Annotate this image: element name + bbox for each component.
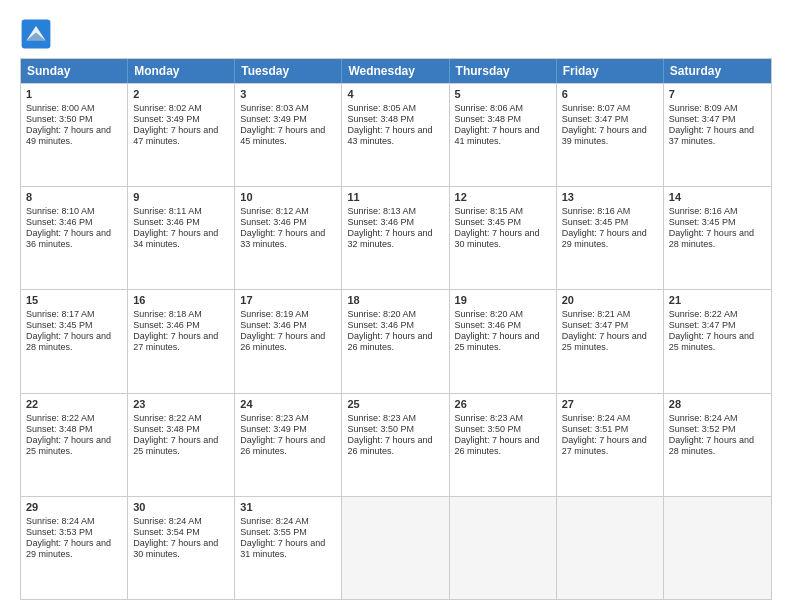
calendar-cell: 4 Sunrise: 8:05 AM Sunset: 3:48 PM Dayli… — [342, 84, 449, 186]
week-row-2: 8 Sunrise: 8:10 AM Sunset: 3:46 PM Dayli… — [21, 186, 771, 289]
calendar-cell: 19 Sunrise: 8:20 AM Sunset: 3:46 PM Dayl… — [450, 290, 557, 392]
daylight: Daylight: 7 hours and 28 minutes. — [26, 331, 111, 352]
sunrise: Sunrise: 8:11 AM — [133, 206, 202, 216]
day-number: 5 — [455, 88, 551, 100]
calendar-cell: 14 Sunrise: 8:16 AM Sunset: 3:45 PM Dayl… — [664, 187, 771, 289]
calendar-cell: 28 Sunrise: 8:24 AM Sunset: 3:52 PM Dayl… — [664, 394, 771, 496]
day-number: 17 — [240, 294, 336, 306]
calendar-cell: 15 Sunrise: 8:17 AM Sunset: 3:45 PM Dayl… — [21, 290, 128, 392]
day-number: 22 — [26, 398, 122, 410]
weekday-header: Tuesday — [235, 59, 342, 83]
calendar: SundayMondayTuesdayWednesdayThursdayFrid… — [20, 58, 772, 600]
daylight: Daylight: 7 hours and 37 minutes. — [669, 125, 754, 146]
calendar-cell: 3 Sunrise: 8:03 AM Sunset: 3:49 PM Dayli… — [235, 84, 342, 186]
daylight: Daylight: 7 hours and 29 minutes. — [26, 538, 111, 559]
sunset: Sunset: 3:49 PM — [133, 114, 200, 124]
sunset: Sunset: 3:45 PM — [26, 320, 93, 330]
daylight: Daylight: 7 hours and 25 minutes. — [455, 331, 540, 352]
sunrise: Sunrise: 8:22 AM — [133, 413, 202, 423]
day-number: 2 — [133, 88, 229, 100]
day-number: 12 — [455, 191, 551, 203]
sunset: Sunset: 3:46 PM — [26, 217, 93, 227]
sunrise: Sunrise: 8:16 AM — [562, 206, 631, 216]
sunrise: Sunrise: 8:13 AM — [347, 206, 416, 216]
sunrise: Sunrise: 8:12 AM — [240, 206, 309, 216]
sunrise: Sunrise: 8:18 AM — [133, 309, 202, 319]
sunset: Sunset: 3:46 PM — [240, 320, 307, 330]
calendar-cell: 22 Sunrise: 8:22 AM Sunset: 3:48 PM Dayl… — [21, 394, 128, 496]
weekday-header: Saturday — [664, 59, 771, 83]
sunrise: Sunrise: 8:24 AM — [669, 413, 738, 423]
day-number: 1 — [26, 88, 122, 100]
day-number: 16 — [133, 294, 229, 306]
calendar-cell: 21 Sunrise: 8:22 AM Sunset: 3:47 PM Dayl… — [664, 290, 771, 392]
sunset: Sunset: 3:51 PM — [562, 424, 629, 434]
weekday-header: Wednesday — [342, 59, 449, 83]
day-number: 15 — [26, 294, 122, 306]
daylight: Daylight: 7 hours and 34 minutes. — [133, 228, 218, 249]
sunset: Sunset: 3:48 PM — [133, 424, 200, 434]
day-number: 29 — [26, 501, 122, 513]
sunset: Sunset: 3:48 PM — [26, 424, 93, 434]
day-number: 13 — [562, 191, 658, 203]
daylight: Daylight: 7 hours and 26 minutes. — [240, 331, 325, 352]
calendar-cell: 12 Sunrise: 8:15 AM Sunset: 3:45 PM Dayl… — [450, 187, 557, 289]
sunset: Sunset: 3:48 PM — [347, 114, 414, 124]
week-row-5: 29 Sunrise: 8:24 AM Sunset: 3:53 PM Dayl… — [21, 496, 771, 599]
daylight: Daylight: 7 hours and 25 minutes. — [26, 435, 111, 456]
sunrise: Sunrise: 8:20 AM — [347, 309, 416, 319]
calendar-cell: 29 Sunrise: 8:24 AM Sunset: 3:53 PM Dayl… — [21, 497, 128, 599]
sunrise: Sunrise: 8:21 AM — [562, 309, 631, 319]
day-number: 19 — [455, 294, 551, 306]
day-number: 27 — [562, 398, 658, 410]
daylight: Daylight: 7 hours and 30 minutes. — [133, 538, 218, 559]
day-number: 18 — [347, 294, 443, 306]
calendar-cell: 6 Sunrise: 8:07 AM Sunset: 3:47 PM Dayli… — [557, 84, 664, 186]
daylight: Daylight: 7 hours and 30 minutes. — [455, 228, 540, 249]
sunset: Sunset: 3:47 PM — [562, 114, 629, 124]
daylight: Daylight: 7 hours and 33 minutes. — [240, 228, 325, 249]
calendar-cell: 13 Sunrise: 8:16 AM Sunset: 3:45 PM Dayl… — [557, 187, 664, 289]
sunset: Sunset: 3:49 PM — [240, 114, 307, 124]
calendar-cell: 9 Sunrise: 8:11 AM Sunset: 3:46 PM Dayli… — [128, 187, 235, 289]
daylight: Daylight: 7 hours and 26 minutes. — [240, 435, 325, 456]
week-row-3: 15 Sunrise: 8:17 AM Sunset: 3:45 PM Dayl… — [21, 289, 771, 392]
sunrise: Sunrise: 8:16 AM — [669, 206, 738, 216]
sunset: Sunset: 3:46 PM — [455, 320, 522, 330]
sunrise: Sunrise: 8:24 AM — [240, 516, 309, 526]
sunset: Sunset: 3:49 PM — [240, 424, 307, 434]
calendar-cell: 18 Sunrise: 8:20 AM Sunset: 3:46 PM Dayl… — [342, 290, 449, 392]
day-number: 25 — [347, 398, 443, 410]
sunset: Sunset: 3:45 PM — [669, 217, 736, 227]
daylight: Daylight: 7 hours and 43 minutes. — [347, 125, 432, 146]
calendar-cell — [664, 497, 771, 599]
weekday-header: Monday — [128, 59, 235, 83]
daylight: Daylight: 7 hours and 31 minutes. — [240, 538, 325, 559]
logo-icon — [20, 18, 52, 50]
sunrise: Sunrise: 8:03 AM — [240, 103, 309, 113]
sunset: Sunset: 3:46 PM — [347, 320, 414, 330]
calendar-header: SundayMondayTuesdayWednesdayThursdayFrid… — [21, 59, 771, 83]
daylight: Daylight: 7 hours and 41 minutes. — [455, 125, 540, 146]
sunset: Sunset: 3:50 PM — [26, 114, 93, 124]
sunset: Sunset: 3:50 PM — [347, 424, 414, 434]
daylight: Daylight: 7 hours and 28 minutes. — [669, 228, 754, 249]
daylight: Daylight: 7 hours and 26 minutes. — [347, 331, 432, 352]
sunrise: Sunrise: 8:05 AM — [347, 103, 416, 113]
sunset: Sunset: 3:46 PM — [240, 217, 307, 227]
sunrise: Sunrise: 8:07 AM — [562, 103, 631, 113]
page-header — [20, 18, 772, 50]
calendar-cell: 26 Sunrise: 8:23 AM Sunset: 3:50 PM Dayl… — [450, 394, 557, 496]
daylight: Daylight: 7 hours and 29 minutes. — [562, 228, 647, 249]
day-number: 7 — [669, 88, 766, 100]
calendar-cell: 1 Sunrise: 8:00 AM Sunset: 3:50 PM Dayli… — [21, 84, 128, 186]
sunset: Sunset: 3:52 PM — [669, 424, 736, 434]
sunset: Sunset: 3:53 PM — [26, 527, 93, 537]
logo — [20, 18, 56, 50]
calendar-cell: 20 Sunrise: 8:21 AM Sunset: 3:47 PM Dayl… — [557, 290, 664, 392]
sunrise: Sunrise: 8:24 AM — [26, 516, 95, 526]
sunset: Sunset: 3:45 PM — [455, 217, 522, 227]
calendar-cell: 23 Sunrise: 8:22 AM Sunset: 3:48 PM Dayl… — [128, 394, 235, 496]
day-number: 9 — [133, 191, 229, 203]
calendar-cell: 8 Sunrise: 8:10 AM Sunset: 3:46 PM Dayli… — [21, 187, 128, 289]
